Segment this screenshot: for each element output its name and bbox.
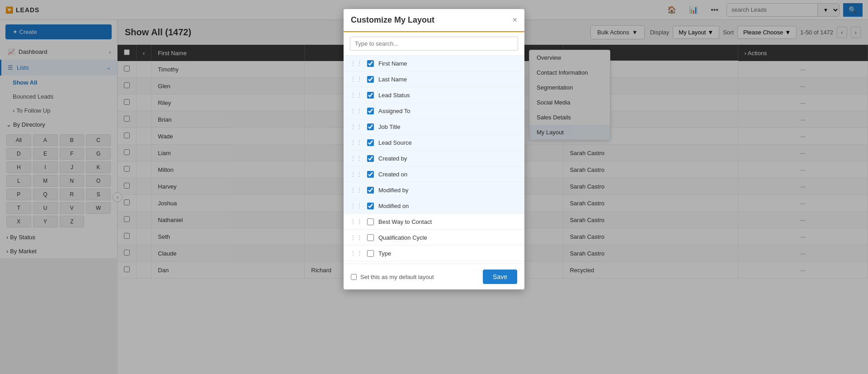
field-label[interactable]: Modified on [378, 203, 409, 209]
drag-handle-icon: ⋮⋮ [350, 123, 363, 130]
field-label[interactable]: Created by [378, 155, 407, 162]
field-label[interactable]: Last Name [378, 76, 407, 83]
modal-title: Customize My Layout [351, 15, 434, 25]
field-checkbox[interactable] [367, 60, 374, 67]
modal-field-item[interactable]: ⋮⋮ Created on [344, 166, 524, 182]
modal-field-item[interactable]: ⋮⋮ Assigned To [344, 103, 524, 119]
field-label[interactable]: Best Way to Contact [378, 218, 432, 225]
field-checkbox[interactable] [367, 218, 374, 225]
field-checkbox[interactable] [367, 108, 374, 114]
field-label[interactable]: Qualification Cycle [378, 234, 427, 241]
modal-header: Customize My Layout × [344, 9, 524, 32]
drag-handle-icon: ⋮⋮ [350, 218, 363, 225]
customize-layout-modal: Customize My Layout × ⋮⋮ First Name ⋮⋮ L… [344, 9, 524, 289]
drag-handle-icon: ⋮⋮ [350, 91, 363, 99]
drag-handle-icon: ⋮⋮ [350, 60, 363, 67]
field-label[interactable]: Lead Source [378, 139, 412, 146]
field-label[interactable]: Lead Status [378, 92, 410, 99]
field-label[interactable]: Modified by [378, 187, 408, 194]
drag-handle-icon: ⋮⋮ [350, 234, 363, 241]
modal-field-item[interactable]: ⋮⋮ Lead Status [344, 87, 524, 103]
modal-field-item[interactable]: ⋮⋮ Job Title [344, 119, 524, 135]
drag-handle-icon: ⋮⋮ [350, 250, 363, 257]
modal-field-list: ⋮⋮ First Name ⋮⋮ Last Name ⋮⋮ Lead Statu… [344, 56, 524, 264]
field-checkbox[interactable] [367, 203, 374, 209]
modal-footer: Set this as my default layout Save [344, 264, 524, 289]
default-layout-check: Set this as my default layout [351, 274, 434, 280]
modal-field-item[interactable]: ⋮⋮ First Name [344, 56, 524, 71]
modal-search-section [344, 32, 524, 56]
field-checkbox[interactable] [367, 171, 374, 178]
modal-field-item[interactable]: ⋮⋮ Type [344, 246, 524, 261]
modal-field-item[interactable]: ⋮⋮ Last Name [344, 71, 524, 87]
drag-handle-icon: ⋮⋮ [350, 155, 363, 162]
drag-handle-icon: ⋮⋮ [350, 107, 363, 114]
field-checkbox[interactable] [367, 123, 374, 130]
drag-handle-icon: ⋮⋮ [350, 76, 363, 83]
drag-handle-icon: ⋮⋮ [350, 170, 363, 178]
modal-search-input[interactable] [350, 37, 518, 51]
field-checkbox[interactable] [367, 92, 374, 99]
default-layout-checkbox[interactable] [351, 274, 357, 280]
modal-overlay: Customize My Layout × ⋮⋮ First Name ⋮⋮ L… [0, 0, 868, 374]
modal-field-item[interactable]: ⋮⋮ Qualification Cycle [344, 230, 524, 246]
default-layout-label[interactable]: Set this as my default layout [360, 274, 434, 280]
field-label[interactable]: First Name [378, 60, 407, 67]
field-checkbox[interactable] [367, 187, 374, 194]
modal-field-item[interactable]: ⋮⋮ Modified by [344, 182, 524, 198]
modal-field-item[interactable]: ⋮⋮ Modified on [344, 198, 524, 214]
drag-handle-icon: ⋮⋮ [350, 139, 363, 146]
drag-handle-icon: ⋮⋮ [350, 202, 363, 209]
field-checkbox[interactable] [367, 155, 374, 162]
drag-handle-icon: ⋮⋮ [350, 186, 363, 194]
modal-field-item[interactable]: ⋮⋮ Lead Source [344, 135, 524, 151]
field-checkbox[interactable] [367, 139, 374, 146]
field-checkbox[interactable] [367, 76, 374, 83]
modal-close-button[interactable]: × [512, 15, 517, 25]
modal-save-button[interactable]: Save [483, 270, 517, 284]
modal-field-item[interactable]: ⋮⋮ Created by [344, 151, 524, 166]
field-checkbox[interactable] [367, 234, 374, 241]
field-label[interactable]: Type [378, 250, 391, 257]
field-label[interactable]: Job Title [378, 123, 400, 130]
modal-field-item[interactable]: ⋮⋮ Best Way to Contact [344, 214, 524, 230]
field-label[interactable]: Assigned To [378, 108, 410, 114]
field-checkbox[interactable] [367, 250, 374, 257]
field-label[interactable]: Created on [378, 171, 407, 178]
